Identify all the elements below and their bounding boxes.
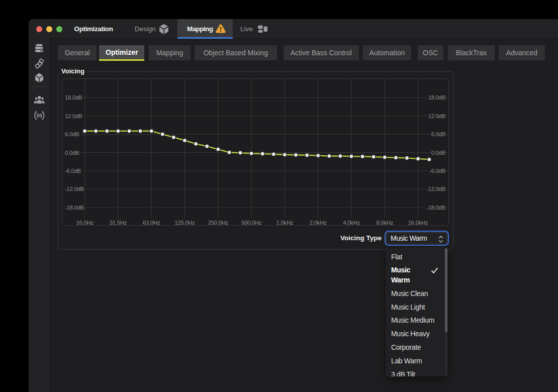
svg-text:63.0Hz: 63.0Hz [143,220,160,226]
svg-text:250.0Hz: 250.0Hz [208,220,229,226]
svg-text:-18.0dB: -18.0dB [426,205,446,211]
svg-text:2.0kHz: 2.0kHz [310,220,327,226]
svg-text:18.0dB: 18.0dB [65,94,82,101]
svg-text:500.0Hz: 500.0Hz [241,220,262,226]
svg-text:-18.0dB: -18.0dB [65,205,84,211]
svg-text:18.0dB: 18.0dB [428,94,446,101]
svg-text:1.0kHz: 1.0kHz [276,220,294,226]
svg-text:16.0kHz: 16.0kHz [408,220,428,226]
svg-text:-12.0dB: -12.0dB [426,186,446,192]
svg-text:4.0kHz: 4.0kHz [343,220,360,226]
svg-text:125.0Hz: 125.0Hz [174,220,195,226]
svg-text:0.0dB: 0.0dB [65,150,79,156]
svg-text:12.0dB: 12.0dB [65,113,82,119]
svg-text:16.0Hz: 16.0Hz [76,220,94,226]
svg-text:0.0dB: 0.0dB [431,150,446,156]
svg-text:-6.0dB: -6.0dB [429,168,445,174]
svg-text:-12.0dB: -12.0dB [65,186,84,192]
svg-text:8.0kHz: 8.0kHz [376,220,393,226]
svg-text:6.0dB: 6.0dB [431,131,446,137]
svg-text:12.0dB: 12.0dB [428,113,446,119]
svg-text:6.0dB: 6.0dB [65,131,79,137]
svg-text:-6.0dB: -6.0dB [65,168,81,174]
svg-text:31.5Hz: 31.5Hz [110,220,127,226]
